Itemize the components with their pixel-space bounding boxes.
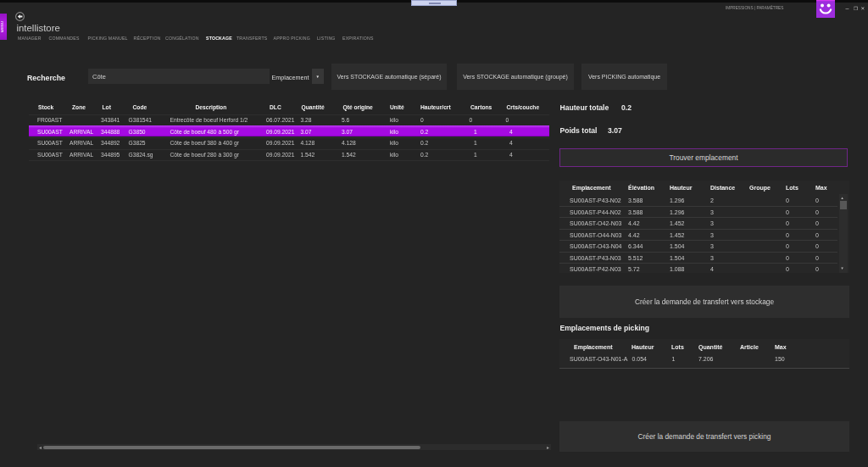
svg-text:MENU: MENU <box>0 21 4 33</box>
